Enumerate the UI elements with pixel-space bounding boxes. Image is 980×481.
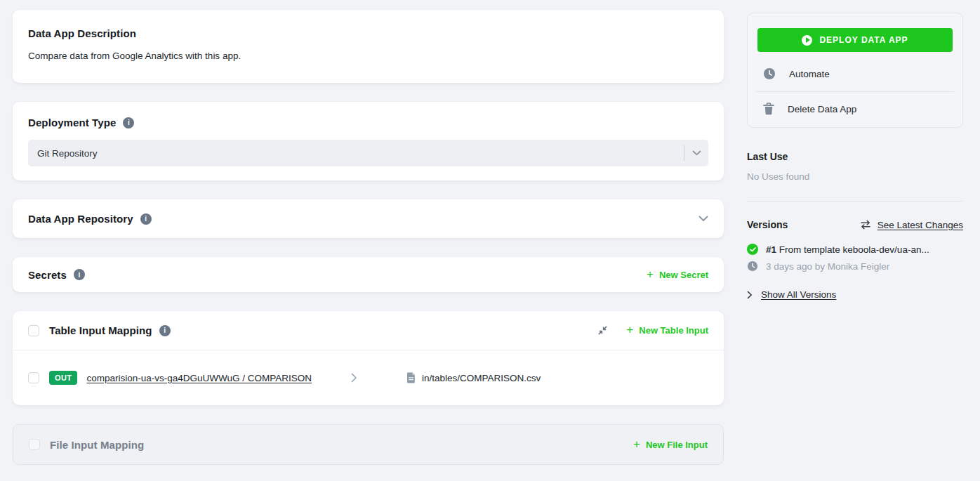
info-icon[interactable]: i [123,117,134,129]
page: Data App Description Compare data from G… [0,0,980,465]
select-all-checkbox[interactable] [28,325,39,336]
secrets-card-title: Secrets [28,269,67,281]
check-circle-icon [747,244,758,255]
table-row: OUT comparision-ua-vs-ga4DGuUWWuG / COMP… [13,350,724,405]
file-icon [406,372,416,383]
deploy-button-label: DEPLOY DATA APP [819,35,908,45]
plus-icon: + [647,268,654,280]
clock-icon [763,67,776,80]
new-table-input-button[interactable]: + New Table Input [626,324,708,336]
file-input-mapping-title: File Input Mapping [50,439,144,451]
version-entry[interactable]: #1 From template keboola-dev/ua-an... [747,244,963,255]
chevron-right-icon [747,291,753,299]
divider [756,91,954,92]
clock-icon [747,261,758,272]
show-all-versions-label: Show All Versions [761,289,836,300]
trash-icon [763,103,774,115]
info-icon[interactable]: i [140,213,152,225]
collapse-icon[interactable] [597,325,608,336]
file-input-checkbox[interactable] [29,439,40,450]
description-card: Data App Description Compare data from G… [13,10,724,83]
table-source-link[interactable]: comparision-ua-vs-ga4DGuUWWuG / COMPARIS… [86,373,312,383]
delete-label: Delete Data App [788,104,856,114]
secrets-card: Secrets i + New Secret [13,257,724,292]
last-use-value: No Uses found [747,171,963,182]
new-table-input-label: New Table Input [639,325,708,336]
version-meta-text: 3 days ago by Monika Feigler [766,261,889,272]
out-badge: OUT [49,371,77,385]
version-number: #1 [766,244,776,255]
repository-card-title: Data App Repository [28,213,133,225]
main-column: Data App Description Compare data from G… [13,10,724,465]
show-all-versions-link[interactable]: Show All Versions [747,289,963,300]
play-icon [802,35,812,46]
see-latest-changes-link[interactable]: See Latest Changes [860,220,963,230]
plus-icon: + [626,324,633,336]
new-file-input-label: New File Input [646,440,708,450]
versions-title: Versions [747,219,788,230]
info-icon[interactable]: i [159,325,171,336]
info-icon[interactable]: i [74,269,85,280]
see-latest-changes-label: See Latest Changes [878,220,963,230]
versions-header: Versions See Latest Changes [747,219,963,230]
new-secret-button[interactable]: + New Secret [647,269,708,281]
last-use-title: Last Use [747,151,963,162]
automate-label: Automate [789,69,830,79]
version-meta: 3 days ago by Monika Feigler [747,261,963,272]
plus-icon: + [633,438,640,450]
version-entry-text: #1 From template keboola-dev/ua-an... [766,244,929,255]
deploy-data-app-button[interactable]: DEPLOY DATA APP [757,28,953,52]
swap-arrows-icon [860,220,871,230]
select-divider [684,145,684,161]
new-secret-label: New Secret [659,270,708,280]
repository-card[interactable]: Data App Repository i [13,199,724,238]
row-checkbox[interactable] [28,372,39,383]
chevron-down-icon [692,150,701,156]
table-input-mapping-header: Table Input Mapping i + New Table Input [13,311,724,350]
chevron-right-icon [351,373,357,383]
sidebar-actions-card: DEPLOY DATA APP Automate Delete Data App [747,13,963,128]
divider [747,201,963,202]
deployment-type-title: Deployment Type [28,117,116,129]
deployment-type-select[interactable]: Git Repository [28,140,708,166]
deployment-type-card: Deployment Type i Git Repository [13,102,724,180]
table-input-mapping-title: Table Input Mapping [49,324,152,336]
table-destination: in/tables/COMPARISON.csv [406,372,541,383]
new-file-input-button[interactable]: + New File Input [633,439,708,451]
description-card-title: Data App Description [28,27,708,39]
sidebar: DEPLOY DATA APP Automate Delete Data App… [747,10,963,465]
deployment-type-selected-value: Git Repository [37,148,684,159]
table-destination-path: in/tables/COMPARISON.csv [422,373,541,383]
automate-button[interactable]: Automate [757,65,953,82]
chevron-down-icon[interactable] [698,216,708,222]
description-text: Compare data from Google Analytics with … [28,51,708,61]
version-description: From template keboola-dev/ua-an... [779,244,929,255]
table-input-mapping-card: Table Input Mapping i + New Table Input … [13,311,724,405]
file-input-mapping-card: File Input Mapping + New File Input [13,424,724,465]
delete-data-app-button[interactable]: Delete Data App [757,100,953,117]
